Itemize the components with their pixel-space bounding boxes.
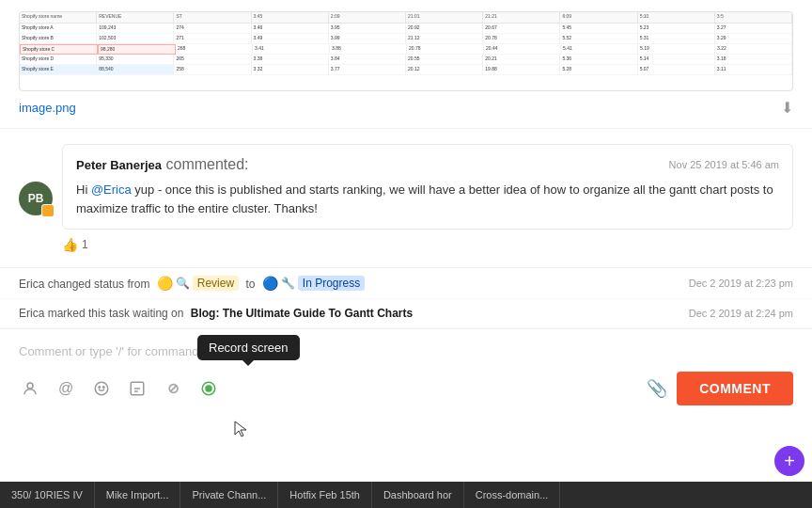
comment-input-area: @ ⊘: [0, 328, 812, 417]
record-screen-icon[interactable]: [197, 377, 220, 400]
taskbar-item-4[interactable]: Dashboard hor: [372, 482, 464, 508]
comment-header: PB Peter Banerjea commented: Nov 25 2019…: [19, 144, 793, 252]
commenter-name: Peter Banerjea: [76, 158, 162, 172]
taskbar-item-1[interactable]: Mike Import...: [95, 482, 181, 508]
record-screen-tooltip: Record screen: [197, 335, 300, 360]
emoji-icon[interactable]: [90, 377, 113, 400]
svg-point-2: [99, 387, 101, 389]
status-row-1: Erica changed status from 🟡 🔍 Review to …: [0, 268, 812, 299]
comment-meta: Peter Banerjea commented: Nov 25 2019 at…: [76, 156, 779, 173]
status-text-2: Erica marked this task waiting on Blog: …: [19, 307, 413, 320]
comment-section: PB Peter Banerjea commented: Nov 25 2019…: [0, 129, 812, 268]
image-thumbnail: Shopify store name REVENUE ST 3:45 2:09 …: [19, 11, 793, 91]
image-footer: image.png ⬇: [19, 99, 793, 117]
at-icon[interactable]: @: [55, 377, 77, 400]
like-count: 1: [82, 238, 88, 251]
download-icon[interactable]: ⬇: [781, 99, 793, 117]
review-badge: Review: [193, 276, 239, 291]
comment-toolbar: @ ⊘: [19, 364, 793, 409]
svg-point-0: [27, 383, 33, 389]
avatar-initials: PB: [28, 192, 44, 205]
slash-command-icon[interactable]: ⊘: [162, 377, 184, 400]
taskbar: 350/ 10RIES IV Mike Import... Private Ch…: [0, 482, 812, 508]
comment-input[interactable]: [19, 339, 793, 364]
fab-button[interactable]: +: [774, 446, 804, 476]
image-section: Shopify store name REVENUE ST 3:45 2:09 …: [0, 0, 812, 129]
toolbar-right: 📎 COMMENT: [647, 372, 793, 405]
toolbar-left: @ ⊘: [19, 377, 220, 400]
smile-icon[interactable]: [126, 377, 148, 400]
taskbar-item-3[interactable]: Hotfix Feb 15th: [278, 482, 372, 508]
like-icon[interactable]: 👍: [62, 237, 78, 252]
comment-text: Hi @Erica yup - once this is published a…: [76, 181, 779, 217]
cursor: [231, 420, 250, 438]
taskbar-item-0[interactable]: 350/ 10RIES IV: [0, 482, 95, 508]
person-icon[interactable]: [19, 377, 41, 400]
status-text-1: Erica changed status from 🟡 🔍 Review to …: [19, 276, 368, 291]
taskbar-item-2[interactable]: Private Chann...: [180, 482, 278, 508]
main-container: Shopify store name REVENUE ST 3:45 2:09 …: [0, 0, 812, 508]
svg-point-6: [206, 386, 211, 391]
svg-point-3: [103, 387, 105, 389]
taskbar-item-5[interactable]: Cross-domain...: [464, 482, 561, 508]
image-filename[interactable]: image.png: [19, 101, 76, 115]
attach-icon[interactable]: 📎: [647, 378, 667, 399]
mention[interactable]: @Erica: [91, 183, 132, 197]
comment-body: Peter Banerjea commented: Nov 25 2019 at…: [62, 144, 793, 230]
in-progress-badge: In Progress: [298, 276, 365, 291]
status-timestamp-2: Dec 2 2019 at 2:24 pm: [689, 308, 793, 319]
avatar: PB: [19, 182, 53, 215]
comment-timestamp: Nov 25 2019 at 5:46 am: [669, 159, 779, 170]
status-row-2: Erica marked this task waiting on Blog: …: [0, 299, 812, 328]
avatar-badge: [41, 204, 55, 217]
comment-button[interactable]: COMMENT: [677, 372, 793, 405]
waiting-on-link[interactable]: Blog: The Ultimate Guide To Gantt Charts: [191, 307, 413, 320]
status-timestamp-1: Dec 2 2019 at 2:23 pm: [689, 278, 793, 289]
like-section: 👍 1: [62, 237, 793, 252]
svg-point-1: [95, 382, 108, 395]
comment-action: commented:: [166, 156, 249, 172]
